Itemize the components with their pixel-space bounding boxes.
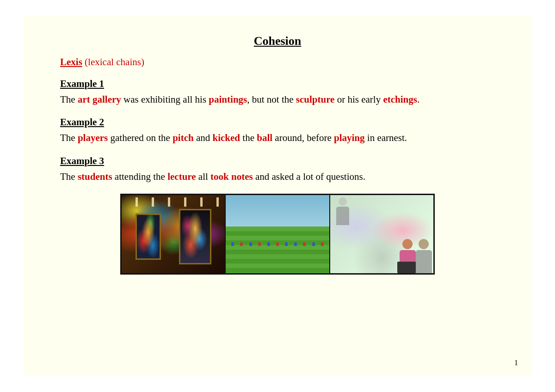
pitch-players	[226, 242, 329, 246]
example-1-text: The art gallery was exhibiting all his p…	[60, 92, 495, 106]
painting-1	[136, 214, 161, 260]
lexis-line: Lexis (lexical chains)	[60, 56, 495, 68]
highlight-playing: playing	[334, 132, 365, 143]
painting-2	[179, 209, 211, 264]
pink-person-body	[400, 250, 416, 273]
highlight-took-notes: took notes	[210, 171, 253, 182]
bg-person-body	[336, 207, 349, 225]
player-4	[258, 242, 261, 246]
highlight-art-gallery: art gallery	[78, 94, 121, 105]
player-3	[249, 242, 252, 246]
highlight-lecture: lecture	[167, 171, 196, 182]
person-gray	[416, 239, 432, 273]
person-background	[336, 197, 349, 225]
lexis-word: Lexis	[60, 56, 82, 67]
player-8	[294, 242, 297, 246]
slide-title: Cohesion	[60, 34, 495, 48]
gray-person-head	[419, 239, 429, 249]
gray-person-body	[416, 250, 432, 273]
player-6	[276, 242, 279, 246]
highlight-kicked: kicked	[213, 132, 240, 143]
example-1-heading: Example 1	[60, 78, 495, 90]
pink-person-head	[402, 239, 413, 249]
highlight-players: players	[78, 132, 108, 143]
students-image	[329, 195, 433, 273]
example-2-text: The players gathered on the pitch and ki…	[60, 131, 495, 145]
player-2	[240, 242, 243, 246]
player-7	[285, 242, 288, 246]
laptop	[397, 262, 416, 273]
students-inner	[330, 195, 433, 273]
player-9	[303, 242, 306, 246]
player-1	[231, 242, 234, 246]
highlight-etchings: etchings	[383, 94, 417, 105]
highlight-ball: ball	[257, 132, 272, 143]
page-number: 1	[514, 359, 518, 367]
slide: Cohesion Lexis (lexical chains) Example …	[23, 16, 532, 376]
player-11	[321, 242, 324, 246]
highlight-sculpture: sculpture	[296, 94, 335, 105]
bg-person-head	[339, 197, 347, 206]
highlight-pitch: pitch	[173, 132, 194, 143]
person-pink	[400, 239, 416, 273]
gallery-image	[122, 195, 225, 273]
example-3-text: The students attending the lecture all t…	[60, 170, 495, 184]
example-2-heading: Example 2	[60, 116, 495, 128]
pitch-image	[225, 195, 329, 273]
lexis-suffix: (lexical chains)	[82, 56, 144, 67]
highlight-students: students	[78, 171, 112, 182]
player-10	[312, 242, 315, 246]
images-container	[120, 194, 435, 275]
player-5	[267, 242, 270, 246]
example-3-heading: Example 3	[60, 155, 495, 167]
highlight-paintings: paintings	[209, 94, 247, 105]
gallery-inner	[122, 195, 225, 273]
